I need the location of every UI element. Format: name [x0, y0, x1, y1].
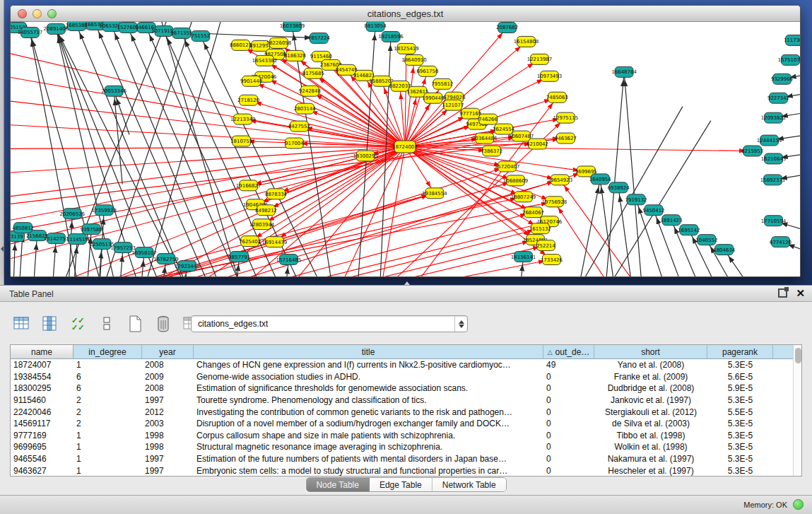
table-cell[interactable]: Estimation of the future numbers of pati… [194, 454, 543, 464]
table-row[interactable]: 1456911722003Disruption of a novel membe… [11, 418, 793, 430]
table-cell[interactable]: 2 [73, 395, 142, 405]
scrollbar-thumb[interactable] [795, 348, 801, 363]
show-column-icon[interactable] [40, 313, 61, 334]
table-cell[interactable]: 0 [543, 431, 594, 440]
table-selector-combo[interactable]: citations_edges.txt [191, 315, 468, 332]
table-cell[interactable]: Hescheler et al. (1997) [594, 466, 707, 476]
table-cell[interactable]: 14569117 [11, 419, 73, 428]
table-cell[interactable]: 22420046 [11, 407, 73, 417]
table-cell[interactable]: Structural magnetic resonance image aver… [194, 442, 543, 452]
table-cell[interactable]: 1997 [142, 395, 194, 405]
table-cell[interactable]: Embryonic stem cells: a model to study s… [194, 466, 543, 476]
table-cell[interactable]: 9699695 [11, 442, 73, 452]
table-cell[interactable]: 2012 [142, 407, 194, 417]
table-cell[interactable]: Corpus callosum shape and size in male p… [194, 431, 543, 440]
table-row[interactable]: 946554611997Estimation of the future num… [11, 453, 793, 465]
table-cell[interactable]: 9465546 [11, 454, 73, 464]
table-row[interactable]: 977716911998Corpus callosum shape and si… [11, 430, 793, 442]
table-cell[interactable]: Nakamura et al. (1997) [594, 454, 707, 464]
table-cell[interactable]: Changes of HCN gene expression and I(f) … [194, 360, 543, 370]
import-table-icon[interactable] [11, 313, 33, 334]
row-height-icon[interactable] [96, 313, 117, 334]
table-cell[interactable]: 0 [543, 419, 594, 428]
table-cell[interactable]: 5.5E-5 [707, 407, 773, 417]
table-cell[interactable]: Yano et al. (2008) [594, 360, 707, 370]
table-row[interactable]: 969969511998Structural magnetic resonanc… [11, 441, 793, 453]
column-header-out_de[interactable]: △out_de… [543, 345, 594, 358]
table-cell[interactable]: 0 [543, 466, 594, 476]
network-view[interactable]: 1872400788601238912954182260589827508165… [11, 22, 800, 276]
table-row[interactable]: 1938455462009Genome-wide association stu… [11, 371, 793, 383]
table-cell[interactable]: 5.3E-5 [707, 442, 773, 452]
table-cell[interactable]: 18724007 [11, 360, 73, 370]
table-cell[interactable]: 5.3E-5 [707, 395, 773, 405]
table-cell[interactable]: Dudbridge et al. (2008) [594, 383, 707, 393]
network-canvas[interactable]: 1872400788601238912954182260589827508165… [11, 22, 800, 276]
select-all-icon[interactable]: ✓✓✓✓ [68, 313, 89, 334]
window-titlebar[interactable]: citations_edges.txt [11, 6, 800, 22]
table-cell[interactable]: 5.3E-5 [707, 454, 773, 464]
panel-collapse-arrow-icon[interactable] [1, 246, 4, 252]
table-cell[interactable]: 1997 [142, 466, 194, 476]
new-table-icon[interactable] [124, 313, 146, 334]
memory-indicator-icon[interactable] [793, 499, 804, 510]
table-cell[interactable]: Wolkin et al. (1998) [594, 442, 707, 452]
column-header-name[interactable]: name [11, 345, 73, 358]
table-cell[interactable]: Investigating the contribution of common… [194, 407, 543, 417]
column-header-short[interactable]: short [594, 345, 707, 358]
tab-network-table[interactable]: Network Table [433, 478, 506, 491]
table-cell[interactable]: 5.6E-5 [707, 372, 773, 382]
table-cell[interactable]: 1 [73, 454, 142, 464]
table-cell[interactable]: 1998 [142, 431, 194, 440]
column-header-year[interactable]: year [142, 345, 194, 358]
table-row[interactable]: 911546021997Tourette syndrome. Phenomeno… [11, 395, 793, 407]
table-cell[interactable]: 0 [543, 395, 594, 405]
table-cell[interactable]: 5.3E-5 [707, 360, 773, 370]
table-cell[interactable]: 6 [73, 383, 142, 393]
table-cell[interactable]: 5.3E-5 [707, 466, 773, 476]
table-cell[interactable]: 2008 [142, 383, 194, 393]
table-cell[interactable]: 2009 [142, 372, 194, 382]
table-cell[interactable]: 1 [73, 431, 142, 440]
table-cell[interactable]: 9463627 [11, 466, 73, 476]
table-cell[interactable]: 0 [543, 454, 594, 464]
table-cell[interactable]: Genome-wide association studies in ADHD. [194, 372, 543, 382]
table-row[interactable]: 1872400712008Changes of HCN gene express… [11, 359, 793, 371]
table-cell[interactable]: 0 [543, 442, 594, 452]
table-cell[interactable]: Estimation of significance thresholds fo… [194, 383, 543, 393]
table-cell[interactable]: 18300295 [11, 383, 73, 393]
table-cell[interactable]: 0 [543, 372, 594, 382]
table-cell[interactable]: 2008 [142, 360, 194, 370]
tab-edge-table[interactable]: Edge Table [370, 478, 433, 491]
table-cell[interactable]: 0 [543, 383, 594, 393]
column-header-pagerank[interactable]: pagerank [707, 345, 773, 358]
table-cell[interactable]: Tibbo et al. (1998) [594, 431, 707, 440]
table-cell[interactable]: 2003 [142, 419, 194, 428]
table-cell[interactable]: 1998 [142, 442, 194, 452]
table-row[interactable]: 2242004622012Investigating the contribut… [11, 406, 793, 418]
table-cell[interactable]: Franke et al. (2009) [594, 372, 707, 382]
table-cell[interactable]: 1 [73, 360, 142, 370]
table-cell[interactable]: 49 [543, 360, 594, 370]
table-cell[interactable]: Tourette syndrome. Phenomenology and cla… [194, 395, 543, 405]
table-cell[interactable]: Disruption of a novel member of a sodium… [194, 419, 543, 428]
tab-node-table[interactable]: Node Table [306, 478, 370, 491]
table-cell[interactable]: 9115460 [11, 395, 73, 405]
table-cell[interactable]: 1 [73, 442, 142, 452]
table-cell[interactable]: 2 [73, 419, 142, 428]
combo-stepper-icon[interactable] [454, 316, 467, 332]
column-header-title[interactable]: title [194, 345, 543, 358]
close-panel-icon[interactable]: ✕ [796, 288, 805, 298]
table-cell[interactable]: 6 [73, 372, 142, 382]
table-cell[interactable]: de Silva et al. (2003) [594, 419, 707, 428]
table-cell[interactable]: 5.3E-5 [707, 419, 773, 428]
splitter-grip-icon[interactable] [404, 281, 410, 285]
table-cell[interactable]: 5.9E-5 [707, 383, 773, 393]
table-cell[interactable]: Stergiakouli et al. (2012) [594, 407, 707, 417]
table-cell[interactable]: 19384554 [11, 372, 73, 382]
table-row[interactable]: 1830029562008Estimation of significance … [11, 382, 793, 395]
table-cell[interactable]: Jankovic et al. (1997) [594, 395, 707, 405]
table-cell[interactable]: 0 [543, 407, 594, 417]
table-cell[interactable]: 5.3E-5 [707, 431, 773, 440]
table-cell[interactable]: 2 [73, 407, 142, 417]
